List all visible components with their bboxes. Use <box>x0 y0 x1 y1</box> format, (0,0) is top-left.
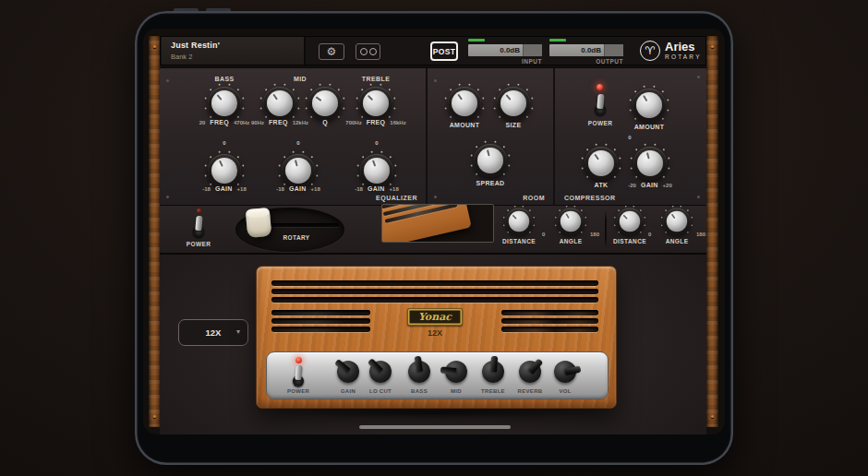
rotary-slider-thumb[interactable] <box>246 208 272 238</box>
compressor-atk-knob[interactable] <box>581 143 621 184</box>
rotary-power-toggle[interactable] <box>191 215 206 239</box>
amp-gain-knob[interactable] <box>337 361 359 383</box>
amp-badge: Yonac <box>407 308 463 326</box>
cabinet-preview-window <box>381 204 494 243</box>
amp-reverb-knob[interactable] <box>519 361 541 383</box>
compressor-power-toggle[interactable] <box>593 93 608 117</box>
home-indicator[interactable] <box>359 425 511 429</box>
wood-trim-right <box>706 36 718 427</box>
eq-mid-q-knob[interactable] <box>305 83 345 124</box>
compressor-gain-label: GAIN <box>641 182 658 188</box>
caret-down-icon: ▾ <box>236 327 240 336</box>
mic2-angle-label: ANGLE <box>649 238 705 244</box>
preset-bank: Bank 2 <box>171 53 304 61</box>
recorder-button[interactable] <box>356 43 380 60</box>
post-button[interactable]: POST <box>430 42 458 61</box>
mic1-distance-knob[interactable] <box>502 205 535 237</box>
amp-room: 12X ▾ Yonac 12X <box>160 255 706 434</box>
room-spread-label: SPREAD <box>476 180 505 186</box>
room-amount-knob[interactable] <box>444 83 485 124</box>
vent-slot <box>271 318 370 324</box>
input-meter-value: 0.0dB <box>500 46 520 54</box>
input-level-led <box>468 39 485 42</box>
amp-control-panel: POWER GAIN LO CUT BASS <box>266 351 609 399</box>
eq-mid-freq-knob[interactable] <box>259 83 300 124</box>
input-meter: 0.0dB INPUT <box>468 39 542 65</box>
eq-mid-freq-label: FREQ <box>269 119 288 125</box>
vent-slot <box>501 310 598 315</box>
brand-sub: ROTARY <box>665 54 702 60</box>
top-bar: Just Restin' Bank 2 ⚙ POST 0.0dB INPUT <box>160 36 706 65</box>
room-title: ROOM <box>523 195 545 201</box>
compressor-title: COMPRESSOR <box>564 195 616 201</box>
equalizer-panel: BASS MID TREBLE 20 FREQ 470 <box>160 67 426 206</box>
mic2-angle-knob[interactable] <box>660 205 693 237</box>
vent-slot <box>501 318 598 324</box>
amp-power-toggle[interactable] <box>291 364 306 388</box>
eq-treble-gain-label: GAIN <box>368 185 385 192</box>
cabinet-image <box>381 204 472 243</box>
vent-slot <box>271 327 370 332</box>
compressor-power-led <box>597 84 603 90</box>
mic2-distance-knob[interactable] <box>613 205 645 237</box>
equalizer-title: EQUALIZER <box>376 195 417 201</box>
compressor-amount-knob[interactable] <box>629 85 669 125</box>
compressor-amount-label: AMOUNT <box>634 124 665 130</box>
amp-model-value: 12X <box>206 327 222 338</box>
compressor-gain-knob[interactable] <box>630 143 670 184</box>
output-meter-value: 0.0dB <box>581 46 601 54</box>
eq-bass-gain-label: GAIN <box>215 185 233 192</box>
gear-icon: ⚙ <box>327 46 337 57</box>
room-size-label: SIZE <box>506 122 522 128</box>
vent-slot <box>501 327 598 332</box>
settings-button[interactable]: ⚙ <box>319 43 344 60</box>
compressor-atk-label: ATK <box>595 182 609 188</box>
amp-power-label: POWER <box>278 388 319 394</box>
rotary-power-label: POWER <box>171 241 226 247</box>
output-meter: 0.0dB OUTPUT <box>549 39 623 65</box>
rotary-slider-label: ROTARY <box>269 234 324 241</box>
eq-bass-freq-label: FREQ <box>210 119 229 125</box>
room-size-knob[interactable] <box>493 83 534 124</box>
eq-bass-freq-knob[interactable] <box>204 83 245 124</box>
vent-slot <box>271 310 370 315</box>
mic1-angle-label: ANGLE <box>543 238 598 244</box>
eq-q-label: Q <box>322 119 328 125</box>
preset-selector[interactable]: Just Restin' Bank 2 <box>162 37 306 65</box>
brand-logo: ♈ Aries ROTARY <box>640 39 719 63</box>
amp-model-text: 12X <box>416 328 453 338</box>
mic1-angle-knob[interactable] <box>554 205 586 237</box>
eq-mid-gain-label: GAIN <box>289 185 307 192</box>
amp-vol-knob[interactable] <box>554 361 576 383</box>
eq-treble-freq-label: FREQ <box>367 119 386 125</box>
compressor-panel: POWER AMOUNT ATK 0 -20 GAIN <box>553 67 706 206</box>
vent-slot <box>271 297 598 303</box>
amp-head: Yonac 12X POWER GAIN LO C <box>256 266 617 409</box>
vent-slot <box>271 289 598 294</box>
room-spread-knob[interactable] <box>470 140 511 181</box>
amp-bass-knob[interactable] <box>408 361 430 383</box>
vent-slot <box>271 280 598 286</box>
room-panel: AMOUNT SIZE SPREAD ROOM <box>426 67 553 206</box>
output-meter-label: OUTPUT <box>549 58 623 65</box>
output-level-led <box>549 39 566 42</box>
input-meter-label: INPUT <box>468 58 542 65</box>
amp-model-dropdown[interactable]: 12X ▾ <box>178 319 248 346</box>
eq-treble-freq-knob[interactable] <box>356 83 396 124</box>
brand-name: Aries <box>665 42 702 53</box>
preset-name: Just Restin' <box>171 41 304 50</box>
rotary-power-led <box>197 208 201 213</box>
tablet-frame: Just Restin' Bank 2 ⚙ POST 0.0dB INPUT <box>135 11 733 465</box>
mic1-distance-label: DISTANCE <box>491 238 547 244</box>
app-screen: Just Restin' Bank 2 ⚙ POST 0.0dB INPUT <box>143 29 725 434</box>
amp-mid-knob[interactable] <box>445 361 467 383</box>
amp-treble-knob[interactable] <box>482 361 504 383</box>
amp-power-led <box>295 357 302 363</box>
amp-locut-knob[interactable] <box>369 361 392 383</box>
aries-logo-icon: ♈ <box>640 41 660 61</box>
tape-icon <box>360 48 368 55</box>
